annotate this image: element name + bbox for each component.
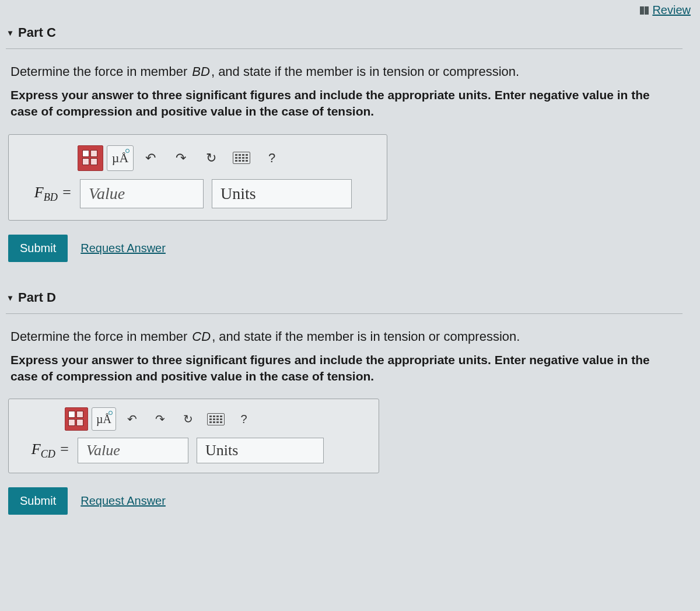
part-title: Part C <box>18 25 56 40</box>
units-input[interactable]: Units <box>197 438 324 463</box>
submit-button[interactable]: Submit <box>8 487 68 515</box>
divider <box>6 48 682 49</box>
instructions-text: Express your answer to three significant… <box>6 346 682 399</box>
units-input[interactable]: Units <box>212 179 352 208</box>
mu-button[interactable]: µÅ <box>107 145 134 171</box>
value-input[interactable]: Value <box>80 179 204 208</box>
keyboard-icon[interactable] <box>204 407 228 431</box>
template-icon[interactable] <box>65 407 88 431</box>
template-icon[interactable] <box>78 145 103 171</box>
reset-icon[interactable]: ↻ <box>198 145 225 171</box>
part-c: ▾ Part C Determine the force in member B… <box>0 18 700 283</box>
answer-box: µÅ ↶ ↷ ↻ ? FCD = Value Units <box>8 399 379 473</box>
prompt-text: Determine the force in member BD, and st… <box>6 62 682 81</box>
redo-icon[interactable]: ↷ <box>167 145 194 171</box>
member-name: CD <box>191 329 212 344</box>
part-d: ▾ Part D Determine the force in member C… <box>0 283 700 536</box>
variable-label: FCD = <box>19 441 69 460</box>
reset-icon[interactable]: ↻ <box>176 407 200 431</box>
prompt-text: Determine the force in member CD, and st… <box>6 327 682 346</box>
collapse-caret-icon[interactable]: ▾ <box>8 293 12 302</box>
mu-button[interactable]: µÅ <box>92 407 116 431</box>
help-icon[interactable]: ? <box>258 145 285 171</box>
review-icon <box>640 6 649 15</box>
answer-box: µÅ ↶ ↷ ↻ ? FBD = Value Units <box>8 134 387 221</box>
undo-icon[interactable]: ↶ <box>137 145 164 171</box>
formula-toolbar: µÅ ↶ ↷ ↻ ? <box>65 407 368 431</box>
divider <box>6 313 682 314</box>
part-title: Part D <box>18 290 56 305</box>
redo-icon[interactable]: ↷ <box>148 407 172 431</box>
submit-button[interactable]: Submit <box>8 235 68 262</box>
review-link[interactable]: Review <box>640 4 691 17</box>
request-answer-link[interactable]: Request Answer <box>80 494 166 508</box>
undo-icon[interactable]: ↶ <box>120 407 144 431</box>
help-icon[interactable]: ? <box>232 407 256 431</box>
collapse-caret-icon[interactable]: ▾ <box>8 28 12 37</box>
instructions-text: Express your answer to three significant… <box>6 81 682 134</box>
request-answer-link[interactable]: Request Answer <box>80 242 166 255</box>
formula-toolbar: µÅ ↶ ↷ ↻ ? <box>78 145 374 171</box>
variable-label: FBD = <box>22 184 72 204</box>
member-name: BD <box>191 64 211 79</box>
value-input[interactable]: Value <box>78 438 188 463</box>
keyboard-icon[interactable] <box>228 145 255 171</box>
review-label: Review <box>652 4 691 17</box>
